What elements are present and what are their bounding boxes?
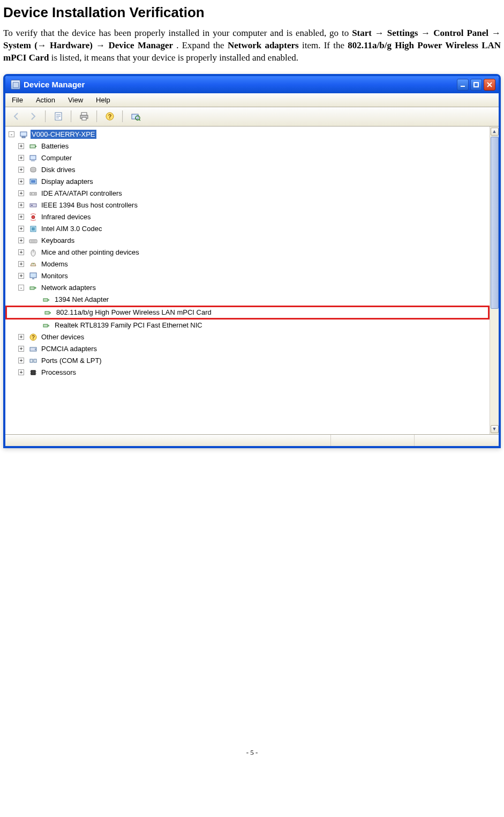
- help-button[interactable]: ?: [103, 109, 117, 123]
- expand-icon[interactable]: +: [18, 369, 24, 375]
- menu-view[interactable]: View: [62, 94, 89, 106]
- tree-item-label[interactable]: Intel AIM 3.0 Codec: [40, 224, 103, 233]
- tree-child-item[interactable]: 1394 Net Adapter: [5, 294, 490, 306]
- tree-item[interactable]: +Modems: [5, 258, 490, 270]
- svg-rect-51: [35, 348, 36, 350]
- ports-icon: [28, 356, 38, 366]
- tree-item-label[interactable]: Computer: [40, 153, 73, 162]
- tree-item[interactable]: +Processors: [5, 367, 490, 378]
- forward-button[interactable]: [26, 109, 40, 123]
- tree-item-label[interactable]: Monitors: [40, 271, 69, 280]
- expand-icon[interactable]: +: [18, 214, 24, 220]
- svg-point-26: [31, 193, 32, 194]
- expand-icon[interactable]: +: [18, 249, 24, 255]
- tree-item-label[interactable]: Mice and other pointing devices: [40, 248, 140, 257]
- expand-icon[interactable]: +: [18, 143, 24, 149]
- tree-item-label[interactable]: PCMCIA adapters: [40, 344, 98, 353]
- computer-root-icon: [19, 130, 28, 139]
- expand-icon[interactable]: +: [18, 202, 24, 208]
- tree-item-label[interactable]: Infrared devices: [40, 212, 92, 221]
- tree-root-label[interactable]: V000-CHERRY-XPE: [31, 130, 96, 139]
- expand-icon[interactable]: +: [18, 155, 24, 161]
- highlighted-device: 802.11a/b/g High Power Wireless LAN mPCI…: [5, 306, 490, 320]
- tree-item-label[interactable]: IEEE 1394 Bus host controllers: [40, 200, 139, 210]
- intro-text: To verify that the device has been prope…: [3, 28, 352, 38]
- app-icon: [11, 80, 20, 90]
- device-tree[interactable]: -V000-CHERRY-XPE+Batteries+Computer+Disk…: [5, 127, 490, 434]
- tree-item-label[interactable]: Other devices: [40, 332, 85, 341]
- expand-icon[interactable]: +: [18, 226, 24, 232]
- page-heading: Device Installation Verification: [0, 0, 504, 27]
- computer-icon: [28, 153, 38, 163]
- tree-item[interactable]: +Display adapters: [5, 176, 490, 188]
- netcard-icon: [42, 321, 51, 330]
- tree-item[interactable]: +Infrared devices: [5, 211, 490, 223]
- properties-button[interactable]: [51, 109, 65, 123]
- menu-file[interactable]: File: [5, 94, 29, 106]
- scroll-track[interactable]: [491, 137, 499, 424]
- expand-icon[interactable]: +: [18, 261, 24, 267]
- expand-icon[interactable]: +: [18, 334, 24, 340]
- tree-item-label[interactable]: Display adapters: [40, 177, 94, 186]
- collapse-icon[interactable]: -: [9, 131, 14, 137]
- svg-rect-46: [43, 324, 48, 327]
- tree-item-label[interactable]: Disk drives: [40, 165, 77, 174]
- expand-icon[interactable]: +: [18, 346, 24, 352]
- scroll-down-button[interactable]: ▼: [491, 425, 499, 433]
- scroll-thumb[interactable]: [491, 137, 499, 309]
- tree-item[interactable]: +Computer: [5, 152, 490, 164]
- expand-icon[interactable]: +: [18, 273, 24, 279]
- expand-icon[interactable]: +: [18, 167, 24, 173]
- tree-item[interactable]: +Batteries: [5, 140, 490, 152]
- expand-icon[interactable]: +: [18, 179, 24, 184]
- tree-item[interactable]: +IEEE 1394 Bus host controllers: [5, 199, 490, 211]
- tree-child-item[interactable]: Realtek RTL8139 Family PCI Fast Ethernet…: [5, 320, 490, 331]
- back-button[interactable]: [10, 109, 24, 123]
- svg-text:?: ?: [108, 113, 112, 120]
- collapse-icon[interactable]: -: [18, 285, 24, 291]
- tree-item[interactable]: -Network adapters: [5, 282, 490, 294]
- menu-help[interactable]: Help: [89, 94, 117, 106]
- intro-text: is listed, it means that your device is …: [51, 53, 298, 63]
- tree-item[interactable]: +Keyboards: [5, 235, 490, 247]
- tree-item[interactable]: +Intel AIM 3.0 Codec: [5, 223, 490, 235]
- vertical-scrollbar[interactable]: ▲ ▼: [490, 127, 499, 434]
- tree-item-label[interactable]: Batteries: [40, 142, 70, 151]
- tree-root[interactable]: -V000-CHERRY-XPE: [5, 129, 490, 140]
- battery-icon: [28, 142, 38, 151]
- expand-icon[interactable]: +: [18, 190, 24, 196]
- tree-item[interactable]: +Mice and other pointing devices: [5, 247, 490, 258]
- tree-item-label[interactable]: IDE ATA/ATAPI controllers: [40, 189, 123, 198]
- menu-action[interactable]: Action: [29, 94, 62, 106]
- tree-item-label[interactable]: Modems: [40, 259, 69, 269]
- infrared-icon: [28, 212, 38, 222]
- print-button[interactable]: [77, 109, 91, 123]
- tree-item-label[interactable]: Network adapters: [40, 283, 97, 292]
- maximize-button[interactable]: [470, 79, 482, 91]
- expand-icon[interactable]: +: [18, 358, 24, 363]
- tree-child-label[interactable]: 802.11a/b/g High Power Wireless LAN mPCI…: [55, 308, 213, 317]
- tree-item[interactable]: +Ports (COM & LPT): [5, 355, 490, 367]
- statusbar: [5, 434, 499, 446]
- svg-point-38: [33, 263, 34, 264]
- tree-item-label[interactable]: Processors: [40, 368, 77, 377]
- window-title: Device Manager: [24, 80, 457, 89]
- close-button[interactable]: [484, 79, 495, 91]
- tree-item[interactable]: +Monitors: [5, 270, 490, 282]
- tree-item-label[interactable]: Ports (COM & LPT): [40, 356, 103, 365]
- tree-item-label[interactable]: Keyboards: [40, 236, 76, 245]
- disk-icon: [28, 165, 38, 175]
- tree-item[interactable]: +?Other devices: [5, 331, 490, 343]
- titlebar[interactable]: Device Manager: [5, 76, 499, 93]
- expand-icon[interactable]: +: [18, 237, 24, 243]
- tree-item[interactable]: +Disk drives: [5, 164, 490, 176]
- tree-item[interactable]: +PCMCIA adapters: [5, 343, 490, 355]
- tree-item[interactable]: +IDE ATA/ATAPI controllers: [5, 188, 490, 199]
- scan-hardware-button[interactable]: [129, 109, 142, 123]
- minimize-button[interactable]: [457, 79, 469, 91]
- tree-child-label[interactable]: Realtek RTL8139 Family PCI Fast Ethernet…: [54, 321, 204, 330]
- tree-child-item[interactable]: 802.11a/b/g High Power Wireless LAN mPCI…: [7, 307, 488, 318]
- tree-child-label[interactable]: 1394 Net Adapter: [54, 295, 110, 304]
- toolbar-separator: [122, 110, 123, 122]
- scroll-up-button[interactable]: ▲: [491, 128, 499, 136]
